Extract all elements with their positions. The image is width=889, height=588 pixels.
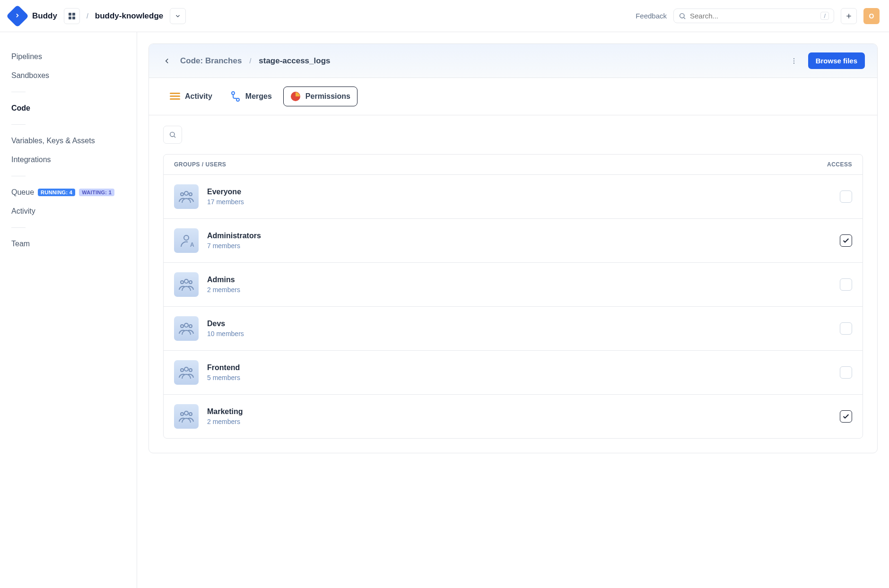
svg-point-31 <box>189 413 192 415</box>
group-icon <box>174 272 199 297</box>
project-dropdown[interactable] <box>170 8 186 24</box>
access-checkbox[interactable] <box>840 234 852 247</box>
svg-point-28 <box>189 369 192 372</box>
group-info: Frontend 5 members <box>207 363 240 381</box>
svg-point-11 <box>236 98 239 101</box>
back-button[interactable] <box>161 55 173 67</box>
col-groups-users: GROUPS / USERS <box>174 161 226 168</box>
sidebar-item-pipelines[interactable]: Pipelines <box>11 47 125 66</box>
plus-icon <box>845 12 853 20</box>
search-input[interactable] <box>690 12 817 20</box>
svg-point-20 <box>181 281 183 284</box>
svg-point-17 <box>189 193 192 196</box>
sidebar-item-variables[interactable]: Variables, Keys & Assets <box>11 131 125 150</box>
sidebar-item-label: Variables, Keys & Assets <box>11 137 95 145</box>
table-row: A Administrators 7 members <box>164 218 863 262</box>
group-name[interactable]: Devs <box>207 320 244 328</box>
svg-point-10 <box>232 92 235 95</box>
group-icon <box>174 404 199 429</box>
chevron-left-icon <box>163 57 171 65</box>
sidebar-item-label: Code <box>11 104 30 112</box>
sidebar-item-label: Sandboxes <box>11 71 49 80</box>
user-avatar[interactable]: O <box>863 8 880 24</box>
group-members[interactable]: 7 members <box>207 242 261 250</box>
table-header: GROUPS / USERS ACCESS <box>164 155 863 174</box>
search-shortcut: / <box>820 12 829 20</box>
sidebar-item-team[interactable]: Team <box>11 234 125 253</box>
group-info: Devs 10 members <box>207 320 244 337</box>
group-info: Admins 2 members <box>207 276 240 294</box>
svg-rect-9 <box>170 98 180 100</box>
card-header: Code: Branches / stage-access_logs Brows… <box>149 44 877 78</box>
sidebar-item-code[interactable]: Code <box>11 99 125 118</box>
chevron-down-icon <box>174 13 181 19</box>
group-members[interactable]: 5 members <box>207 374 240 381</box>
group-members[interactable]: 10 members <box>207 330 244 337</box>
tab-merges[interactable]: Merges <box>224 87 279 106</box>
filter-button[interactable] <box>163 126 182 144</box>
feedback-link[interactable]: Feedback <box>636 12 667 20</box>
group-name[interactable]: Everyone <box>207 188 244 196</box>
access-checkbox[interactable] <box>840 322 852 335</box>
access-checkbox[interactable] <box>840 366 852 379</box>
svg-rect-8 <box>170 95 180 97</box>
group-name[interactable]: Marketing <box>207 407 243 416</box>
group-members[interactable]: 2 members <box>207 286 240 294</box>
add-button[interactable] <box>841 8 857 24</box>
tab-activity[interactable]: Activity <box>163 87 219 106</box>
svg-point-6 <box>793 62 794 63</box>
svg-line-1 <box>684 17 685 19</box>
svg-text:A: A <box>190 242 194 248</box>
svg-point-22 <box>189 281 192 284</box>
badge-waiting: WAITING: 1 <box>79 189 114 196</box>
access-checkbox[interactable] <box>840 190 852 203</box>
sidebar-item-label: Activity <box>11 207 35 216</box>
sidebar-item-sandboxes[interactable]: Sandboxes <box>11 66 125 85</box>
activity-icon <box>170 91 180 102</box>
svg-point-24 <box>184 323 188 327</box>
table-row: Frontend 5 members <box>164 350 863 394</box>
sidebar-item-activity[interactable]: Activity <box>11 202 125 221</box>
group-members[interactable]: 17 members <box>207 198 244 206</box>
branch-card: Code: Branches / stage-access_logs Brows… <box>148 43 878 453</box>
avatar-initial: O <box>869 12 874 20</box>
more-button[interactable] <box>787 54 801 68</box>
group-name[interactable]: Frontend <box>207 363 240 372</box>
group-icon <box>174 316 199 341</box>
permissions-table: GROUPS / USERS ACCESS Everyone 17 member… <box>163 154 863 439</box>
breadcrumb-parent[interactable]: Code: Branches <box>180 56 242 66</box>
svg-line-14 <box>174 136 175 138</box>
group-info: Everyone 17 members <box>207 188 244 206</box>
access-checkbox[interactable] <box>840 278 852 291</box>
svg-point-25 <box>189 325 192 328</box>
sidebar-item-label: Pipelines <box>11 52 42 61</box>
search-box[interactable]: / <box>673 9 834 23</box>
tab-permissions[interactable]: Permissions <box>283 86 357 106</box>
brand-logo[interactable] <box>6 4 29 27</box>
sidebar-separator <box>11 176 26 176</box>
sidebar-item-label: Queue <box>11 188 34 197</box>
access-checkbox[interactable] <box>840 410 852 423</box>
tab-label: Activity <box>185 92 212 101</box>
group-icon <box>174 184 199 209</box>
sidebar-item-label: Integrations <box>11 156 51 164</box>
group-name[interactable]: Administrators <box>207 232 261 240</box>
sidebar-separator <box>11 124 26 125</box>
group-members[interactable]: 2 members <box>207 418 243 425</box>
sidebar-item-integrations[interactable]: Integrations <box>11 150 125 169</box>
tab-label: Permissions <box>305 92 350 101</box>
search-icon <box>679 12 686 20</box>
table-row: Marketing 2 members <box>164 394 863 438</box>
project-name[interactable]: buddy-knowledge <box>95 11 164 21</box>
breadcrumb-separator: / <box>87 12 88 20</box>
browse-files-button[interactable]: Browse files <box>808 52 865 69</box>
sidebar-item-queue[interactable]: Queue RUNNING: 4 WAITING: 1 <box>11 183 125 202</box>
merge-icon <box>230 91 241 102</box>
group-info: Marketing 2 members <box>207 407 243 425</box>
table-row: Devs 10 members <box>164 306 863 350</box>
apps-button[interactable] <box>64 8 80 24</box>
group-name[interactable]: Admins <box>207 276 240 284</box>
sidebar-separator <box>11 92 26 92</box>
svg-point-15 <box>181 193 183 196</box>
sidebar-separator <box>11 227 26 228</box>
